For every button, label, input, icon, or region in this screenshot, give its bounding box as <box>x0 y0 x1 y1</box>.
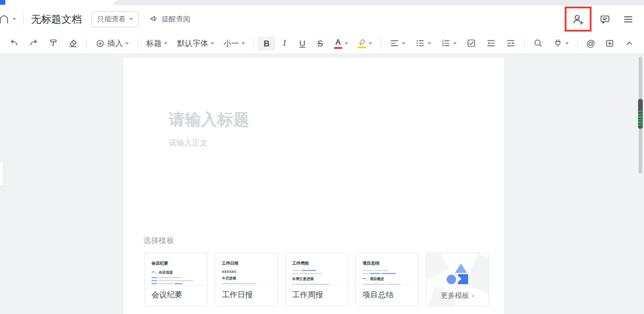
more-templates-label: 更多模板› <box>426 291 488 301</box>
plus-circle-icon <box>95 39 105 48</box>
template-card-label: 项目总结 <box>356 285 418 306</box>
underline-button[interactable]: U <box>293 36 311 51</box>
template-card-project-summary[interactable]: 项目总结 一、项目概述 项目总结 <box>355 253 419 306</box>
square-shape <box>458 274 468 284</box>
italic-label: I <box>280 39 289 48</box>
font-color-icon: A <box>334 38 342 49</box>
redo-button[interactable] <box>24 36 44 51</box>
preview-line <box>363 273 411 274</box>
format-painter-button[interactable] <box>44 36 63 51</box>
megaphone-icon <box>150 15 159 24</box>
chevron-down-icon <box>402 42 405 45</box>
chevron-down-icon <box>210 42 214 45</box>
comment-add-icon <box>605 38 615 48</box>
toolbar-divider <box>137 38 138 49</box>
paragraph-style-label: 标题 <box>146 38 162 49</box>
italic-button[interactable]: I <box>275 36 293 51</box>
font-family-dropdown[interactable]: 默认字体 <box>172 36 219 51</box>
body-input-placeholder[interactable]: 请输入正文 <box>169 138 208 148</box>
collapse-toolbar-button[interactable] <box>620 36 639 51</box>
triangle-shape <box>455 263 467 273</box>
scrollbar-thumb[interactable] <box>638 99 643 129</box>
highlighter-icon <box>358 39 366 48</box>
remind-review-label: 提醒查阅 <box>162 14 190 24</box>
preview-line <box>151 283 200 284</box>
template-card-label: 工作日报 <box>215 285 277 306</box>
preview-title: 工作日报 <box>222 260 271 266</box>
header-actions <box>565 7 636 32</box>
home-icon <box>0 14 10 25</box>
insert-button[interactable]: 插入 <box>91 36 134 51</box>
search-button[interactable] <box>528 36 548 51</box>
numbered-list-dropdown[interactable]: 123 <box>436 36 462 51</box>
comments-button[interactable] <box>597 12 612 27</box>
formatting-toolbar: 插入 标题 默认字体 小一 B I U S A <box>0 33 644 54</box>
browser-tab-bar <box>113 0 644 5</box>
menu-button[interactable] <box>621 12 636 27</box>
preview-line <box>222 283 271 284</box>
preview-section: 今日进展 <box>222 276 271 281</box>
strikethrough-button[interactable]: S <box>311 36 329 51</box>
highlight-color-button[interactable] <box>353 36 377 51</box>
title-input-placeholder[interactable]: 请输入标题 <box>169 109 249 130</box>
preview-title: 工作周报 <box>292 260 341 266</box>
font-size-label: 小一 <box>224 38 239 49</box>
preview-line <box>151 280 200 281</box>
bold-button[interactable]: B <box>258 36 275 51</box>
document-header: 无标题文档 只能查看 提醒查阅 <box>0 5 644 33</box>
preview-line <box>292 270 341 271</box>
underline-label: U <box>298 39 306 48</box>
svg-text:3: 3 <box>442 43 444 47</box>
outdent-button[interactable] <box>481 36 501 51</box>
bullet-list-dropdown[interactable] <box>410 36 436 51</box>
person-add-icon <box>572 13 584 26</box>
font-size-dropdown[interactable]: 小一 <box>219 36 250 51</box>
indent-button[interactable] <box>501 36 521 51</box>
font-color-swatch <box>334 47 342 49</box>
preview-section: 本周主要进展 <box>292 276 341 282</box>
highlight-color-swatch <box>358 46 366 48</box>
preview-title: 会议纪要 <box>151 260 200 266</box>
checkbox-icon <box>466 38 476 48</box>
permission-dropdown[interactable]: 只能查看 <box>91 11 139 27</box>
align-left-icon <box>389 38 400 48</box>
template-card-weekly-report[interactable]: 工作周报 本周主要进展 工作周报 <box>285 253 348 306</box>
side-panel-handle[interactable] <box>0 162 3 186</box>
preview-line <box>292 273 341 274</box>
mention-button[interactable]: @ <box>581 36 600 51</box>
toolbar-divider <box>253 38 254 49</box>
clear-format-button[interactable] <box>63 36 83 51</box>
mention-at-label: @ <box>586 38 595 48</box>
font-family-label: 默认字体 <box>177 38 208 49</box>
template-card-meeting-minutes[interactable]: 会议纪要 一、会议信息 会议纪要 <box>144 253 208 306</box>
add-collaborator-button[interactable] <box>570 11 586 27</box>
bullet-list-icon <box>415 38 425 48</box>
undo-icon <box>9 38 19 48</box>
plugins-dropdown[interactable] <box>548 36 574 51</box>
plug-icon <box>553 38 563 48</box>
strikethrough-label: S <box>316 39 324 48</box>
hamburger-menu-icon <box>623 14 634 25</box>
remind-review-button[interactable]: 提醒查阅 <box>150 14 190 24</box>
chevron-down-icon <box>125 42 129 45</box>
permission-label: 只能查看 <box>97 14 126 24</box>
home-button[interactable] <box>0 11 17 27</box>
insert-comment-button[interactable] <box>600 36 620 51</box>
preview-section: 一、会议信息 <box>151 270 200 275</box>
checklist-button[interactable] <box>462 36 481 51</box>
undo-button[interactable] <box>4 36 24 51</box>
template-card-daily-report[interactable]: 工作日报 XXXXXX 今日进展 工作日报 <box>215 253 278 306</box>
format-painter-icon <box>48 38 58 48</box>
chevron-up-icon <box>624 38 634 48</box>
font-color-button[interactable]: A <box>329 35 353 51</box>
header-divider <box>23 13 24 25</box>
document-page[interactable]: 请输入标题 请输入正文 选择模板 会议纪要 一、会议信息 会议纪要 工作日报 <box>123 58 504 314</box>
chevron-down-icon <box>13 18 16 20</box>
preview-line <box>151 277 200 278</box>
template-card-label: 工作周报 <box>286 285 348 306</box>
indent-increase-icon <box>506 38 516 48</box>
template-card-more[interactable]: 更多模板› <box>426 253 489 306</box>
alignment-dropdown[interactable] <box>385 36 410 51</box>
more-templates-icon <box>426 263 488 287</box>
paragraph-style-dropdown[interactable]: 标题 <box>141 36 172 51</box>
